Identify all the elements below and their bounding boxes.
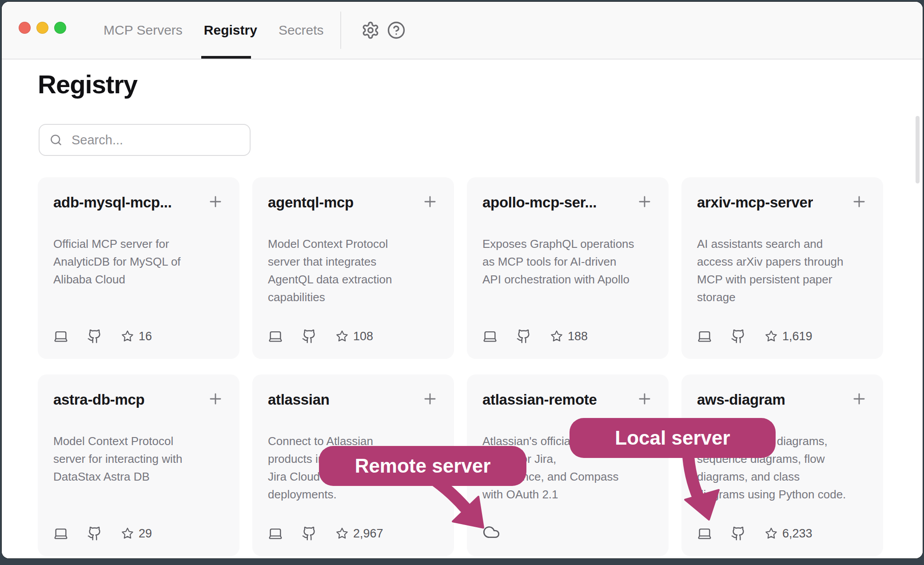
- server-description: Exposes GraphQL operations as MCP tools …: [482, 235, 653, 288]
- server-description: Generate AWS diagrams, sequence diagrams…: [697, 432, 868, 503]
- cloud-icon: [482, 523, 500, 541]
- header-divider: [340, 12, 341, 49]
- add-server-button[interactable]: [207, 193, 224, 210]
- server-name: apollo-mcp-ser...: [482, 194, 597, 211]
- plus-icon: [851, 390, 868, 407]
- server-name: atlassian: [268, 391, 330, 408]
- close-button[interactable]: [19, 22, 31, 34]
- server-description: Model Context Protocol server that integ…: [268, 235, 438, 306]
- laptop-icon: [697, 329, 712, 344]
- star-icon: [335, 330, 349, 343]
- laptop-icon: [268, 329, 283, 344]
- tab-mcp-servers[interactable]: MCP Servers: [104, 23, 183, 38]
- tab-registry[interactable]: Registry: [204, 23, 257, 38]
- help-button[interactable]: [386, 20, 407, 41]
- github-icon: [87, 526, 102, 541]
- star-icon: [765, 330, 778, 343]
- github-icon: [516, 329, 531, 344]
- server-card-astra-db-mcp: astra-db-mcp Model Context Protocol serv…: [38, 374, 239, 556]
- server-name: adb-mysql-mcp...: [53, 194, 172, 211]
- add-server-button[interactable]: [636, 193, 653, 210]
- tab-secrets[interactable]: Secrets: [279, 23, 324, 38]
- star-count: 6,233: [782, 527, 812, 541]
- github-icon: [87, 329, 102, 344]
- star-icon: [121, 330, 134, 343]
- star-count: 16: [139, 330, 152, 343]
- star-icon: [335, 527, 349, 540]
- github-icon: [302, 329, 317, 344]
- registry-page: Registry adb-mysql-mcp... Official MCP s…: [2, 60, 923, 558]
- minimize-button[interactable]: [36, 22, 48, 34]
- plus-icon: [422, 390, 438, 407]
- page-title: Registry: [38, 69, 137, 99]
- star-count: 2,967: [353, 527, 383, 541]
- server-card-atlassian-remote: atlassian-remote Atlassian's official MC…: [467, 374, 669, 556]
- plus-icon: [207, 390, 224, 407]
- search-input[interactable]: [71, 132, 240, 148]
- star-icon: [121, 527, 134, 540]
- github-icon: [302, 526, 317, 541]
- star-count: 188: [568, 330, 588, 343]
- tab-bar: MCP Servers Registry Secrets: [104, 2, 324, 59]
- star-icon: [765, 527, 778, 540]
- server-description: Official MCP server for AnalyticDB for M…: [53, 235, 224, 288]
- server-name: astra-db-mcp: [53, 391, 144, 408]
- laptop-icon: [697, 526, 712, 541]
- add-server-button[interactable]: [422, 390, 438, 407]
- server-description: Connect to Atlassian products including …: [268, 432, 438, 503]
- server-name: aws-diagram: [697, 391, 785, 408]
- question-circle-icon: [387, 21, 406, 40]
- plus-icon: [636, 193, 653, 210]
- laptop-icon: [268, 526, 283, 541]
- github-icon: [731, 526, 746, 541]
- plus-icon: [422, 193, 438, 210]
- laptop-icon: [482, 329, 498, 344]
- server-description: Atlassian's official MCP server for Jira…: [482, 432, 653, 503]
- plus-icon: [851, 193, 868, 210]
- server-description: AI assistants search and access arXiv pa…: [697, 235, 868, 306]
- server-name: arxiv-mcp-server: [697, 194, 813, 211]
- star-icon: [550, 330, 563, 343]
- app-window: MCP Servers Registry Secrets Registry: [2, 2, 923, 558]
- add-server-button[interactable]: [422, 193, 438, 210]
- github-icon: [731, 329, 746, 344]
- star-count: 108: [353, 330, 373, 343]
- laptop-icon: [53, 526, 68, 541]
- gear-icon: [361, 21, 380, 40]
- search-box: [39, 124, 251, 156]
- server-card-arxiv-mcp-server: arxiv-mcp-server AI assistants search an…: [681, 177, 883, 359]
- zoom-button[interactable]: [54, 22, 66, 34]
- add-server-button[interactable]: [851, 193, 868, 210]
- plus-icon: [636, 390, 653, 407]
- add-server-button[interactable]: [636, 390, 653, 407]
- vertical-scrollbar[interactable]: [916, 116, 920, 183]
- laptop-icon: [53, 329, 68, 344]
- server-card-grid: adb-mysql-mcp... Official MCP server for…: [38, 177, 883, 556]
- search-icon: [49, 133, 63, 147]
- plus-icon: [207, 193, 224, 210]
- server-name: agentql-mcp: [268, 194, 354, 211]
- server-card-agentql-mcp: agentql-mcp Model Context Protocol serve…: [252, 177, 454, 359]
- server-name: atlassian-remote: [482, 391, 597, 408]
- star-count: 1,619: [782, 330, 812, 343]
- server-description: Model Context Protocol server for intera…: [53, 432, 224, 485]
- server-card-aws-diagram: aws-diagram Generate AWS diagrams, seque…: [681, 374, 883, 556]
- settings-button[interactable]: [360, 20, 381, 41]
- server-card-adb-mysql-mcp: adb-mysql-mcp... Official MCP server for…: [38, 177, 239, 359]
- server-card-atlassian: atlassian Connect to Atlassian products …: [252, 374, 454, 556]
- server-card-apollo-mcp-server: apollo-mcp-ser... Exposes GraphQL operat…: [467, 177, 669, 359]
- title-bar: MCP Servers Registry Secrets: [2, 2, 923, 60]
- add-server-button[interactable]: [207, 390, 224, 407]
- star-count: 29: [139, 527, 152, 541]
- add-server-button[interactable]: [851, 390, 868, 407]
- active-tab-indicator: [201, 56, 251, 59]
